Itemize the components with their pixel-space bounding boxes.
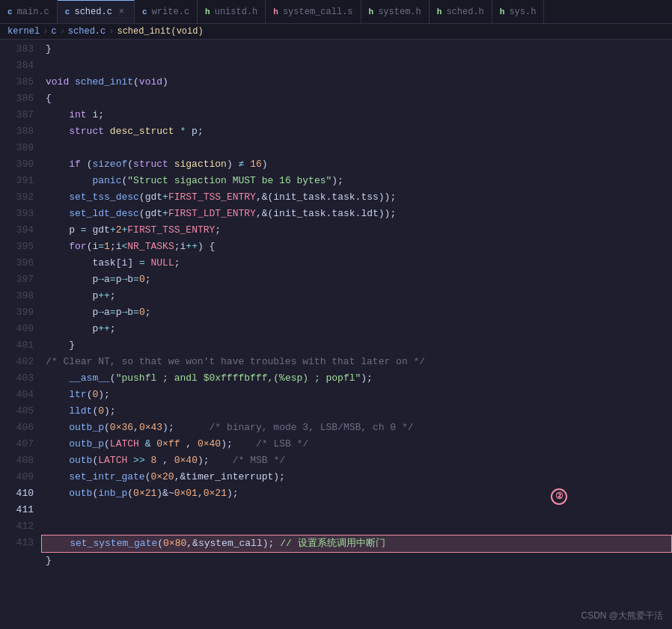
code-line-387: int i; xyxy=(41,107,672,123)
ln-397: 397 xyxy=(0,271,34,288)
tab-icon-c-active: c xyxy=(65,7,70,16)
ln-390: 390 xyxy=(0,156,34,173)
code-line-395: for(i=1;i<NR_TASKS;i++) { xyxy=(41,239,672,255)
code-area[interactable]: } void sched_init(void) { int i; struct … xyxy=(41,40,672,628)
code-line-413 xyxy=(41,569,672,586)
code-line-389 xyxy=(41,140,672,156)
ln-395: 395 xyxy=(0,239,34,255)
tab-icon-unistd-h: h xyxy=(205,7,210,16)
tab-system-h[interactable]: h system.h xyxy=(361,0,430,23)
code-line-403: __asm__("pushfl ; andl $0xffffbfff,(%esp… xyxy=(41,370,672,387)
tab-icon-sys-h: h xyxy=(500,7,505,16)
tab-label-sys-h: sys.h xyxy=(509,7,536,17)
code-line-407: outb_p(LATCH & 0×ff , 0×40); /* LSB */ xyxy=(41,436,672,452)
ln-400: 400 xyxy=(0,321,34,337)
code-line-401: } xyxy=(41,337,672,354)
line-numbers: 383 384 385 386 387 388 389 390 391 392 … xyxy=(0,40,41,628)
tab-label-system-h: system.h xyxy=(378,7,421,17)
ln-394: 394 xyxy=(0,222,34,239)
editor: 383 384 385 386 387 388 389 390 391 392 … xyxy=(0,40,672,628)
code-line-411: set_system_gate(0×80,&system_call); // 设… xyxy=(41,535,672,553)
ln-392: 392 xyxy=(0,189,34,206)
code-line-397: p→a=p→b=0; xyxy=(41,271,672,288)
code-line-406: outb_p(0×36,0×43); /* binary, mode 3, LS… xyxy=(41,420,672,436)
code-line-392: set_tss_desc(gdt+FIRST_TSS_ENTRY,&(init_… xyxy=(41,189,672,206)
tab-label-write-c: write.c xyxy=(152,7,189,17)
code-line-400: p++; xyxy=(41,321,672,337)
ln-410: 410 xyxy=(0,485,34,502)
tab-sched-c[interactable]: c sched.c × xyxy=(58,0,135,23)
tab-label-main-c: main.c xyxy=(17,7,49,17)
ln-386: 386 xyxy=(0,90,34,107)
ln-402: 402 xyxy=(0,354,34,370)
ln-406: 406 xyxy=(0,420,34,436)
code-line-383: } xyxy=(41,41,672,58)
code-line-386: { xyxy=(41,90,672,107)
ln-387: 387 xyxy=(0,107,34,123)
code-line-391: panic("Struct sigaction MUST be 16 bytes… xyxy=(41,173,672,189)
code-line-398: p++; xyxy=(41,288,672,304)
code-line-394: p = gdt+2+FIRST_TSS_ENTRY; xyxy=(41,222,672,239)
ln-398: 398 xyxy=(0,288,34,304)
ln-384: 384 xyxy=(0,58,34,74)
code-line-404: ltr(0); xyxy=(41,387,672,403)
tab-icon-system-call-s: h xyxy=(273,7,278,16)
tab-write-c[interactable]: c write.c xyxy=(135,0,198,23)
code-line-408: outb(LATCH >> 8 , 0×40); /* MSB */ xyxy=(41,452,672,469)
ln-407: 407 xyxy=(0,436,34,452)
code-line-385: void sched_init(void) xyxy=(41,74,672,90)
breadcrumb-kernel: kernel xyxy=(7,26,40,37)
ln-393: 393 xyxy=(0,206,34,222)
tab-unistd-h[interactable]: h unistd.h xyxy=(198,0,266,23)
ln-405: 405 xyxy=(0,403,34,420)
tab-label-sched-c: sched.c xyxy=(74,7,112,17)
code-line-410: outb(inb_p(0×21)&~0×01,0×21); ② xyxy=(41,485,672,535)
tab-sys-h[interactable]: h sys.h xyxy=(492,0,545,23)
tab-icon-c: c xyxy=(7,7,13,16)
code-line-402: /* Clear NT, so that we won't have troub… xyxy=(41,354,672,370)
tab-system-call-s[interactable]: h system_call.s xyxy=(266,0,361,23)
code-line-412: } xyxy=(41,553,672,569)
tab-label-system-call-s: system_call.s xyxy=(283,7,353,17)
breadcrumb: kernel › c › sched.c › sched_init(void) xyxy=(0,24,672,40)
ln-399: 399 xyxy=(0,304,34,321)
tab-sched-h[interactable]: h sched.h xyxy=(430,0,492,23)
code-line-409: set_intr_gate(0×20,&timer_interrupt); xyxy=(41,469,672,485)
tab-main-c[interactable]: c main.c xyxy=(0,0,58,23)
ln-413: 413 xyxy=(0,535,34,551)
ln-396: 396 xyxy=(0,255,34,271)
breadcrumb-file: sched.c xyxy=(68,26,106,37)
ln-409: 409 xyxy=(0,469,34,485)
ln-403: 403 xyxy=(0,370,34,387)
tab-bar: c main.c c sched.c × c write.c h unistd.… xyxy=(0,0,672,24)
ln-391: 391 xyxy=(0,173,34,189)
tab-icon-system-h: h xyxy=(369,7,374,16)
code-line-396: task[i] = NULL; xyxy=(41,255,672,271)
tab-icon-sched-h: h xyxy=(437,7,442,16)
ln-408: 408 xyxy=(0,452,34,469)
tab-label-unistd-h: unistd.h xyxy=(215,7,258,17)
code-line-384 xyxy=(41,58,672,74)
code-line-388: struct desc_struct * p; xyxy=(41,123,672,140)
code-line-405: lldt(0); xyxy=(41,403,672,420)
ln-411: 411 xyxy=(0,502,34,518)
ln-412: 412 xyxy=(0,518,34,535)
code-line-390: if (sizeof(struct sigaction) ≠ 16) xyxy=(41,156,672,173)
code-line-399: p→a=p→b=0; xyxy=(41,304,672,321)
breadcrumb-c: c xyxy=(51,26,56,37)
tab-close-sched-c[interactable]: × xyxy=(117,6,126,18)
ln-383: 383 xyxy=(0,41,34,58)
code-line-393: set_ldt_desc(gdt+FIRST_LDT_ENTRY,&(init_… xyxy=(41,206,672,222)
breadcrumb-function: sched_init(void) xyxy=(117,26,203,37)
ln-388: 388 xyxy=(0,123,34,140)
tab-icon-write-c: c xyxy=(142,7,147,16)
ln-401: 401 xyxy=(0,337,34,354)
ln-404: 404 xyxy=(0,387,34,403)
annotation-circle-2: ② xyxy=(551,488,567,505)
tab-label-sched-h: sched.h xyxy=(446,7,483,17)
ln-385: 385 xyxy=(0,74,34,90)
watermark: CSDN @大熊爱干活 xyxy=(581,610,663,622)
ln-389: 389 xyxy=(0,140,34,156)
